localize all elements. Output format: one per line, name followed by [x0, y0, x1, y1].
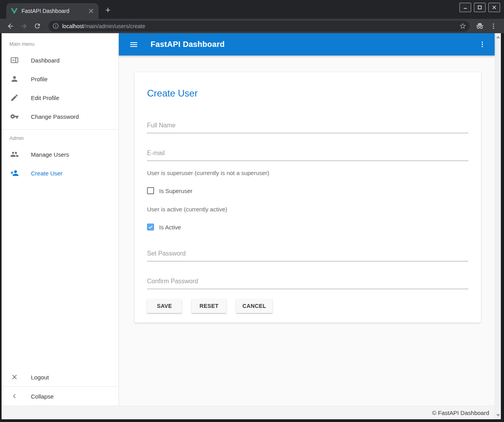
page-title: Create User [147, 88, 468, 99]
sidebar-item-edit-profile[interactable]: Edit Profile [2, 88, 118, 107]
superuser-checkbox-label: Is Superuser [159, 188, 192, 194]
tab-close-icon[interactable] [88, 7, 95, 14]
chevron-left-icon [10, 392, 19, 401]
page-scrollbar[interactable] [495, 33, 501, 419]
toolbar-right [475, 21, 497, 31]
email-field [147, 150, 468, 161]
sidebar-item-create-user[interactable]: Create User [2, 164, 118, 182]
page-footer: © FastAPI Dashboard [2, 406, 495, 419]
close-window-button[interactable] [488, 3, 500, 12]
new-tab-button[interactable]: + [102, 5, 113, 16]
sidebar-item-label: Edit Profile [31, 95, 59, 101]
page-info-icon[interactable] [52, 23, 59, 29]
set-password-input[interactable] [147, 250, 468, 261]
sidebar-item-label: Logout [31, 374, 49, 381]
url-path: /main/admin/users/create [84, 23, 145, 29]
active-hint: User is active (currently active) [147, 206, 468, 213]
key-icon [10, 112, 19, 121]
person-icon [10, 74, 19, 84]
confirm-password-field [147, 278, 468, 289]
content-area: Create User User is superuser (currently… [119, 55, 495, 406]
email-input[interactable] [147, 150, 468, 161]
sidebar-item-manage-users[interactable]: Manage Users [2, 145, 118, 164]
browser-toolbar: localhost/main/admin/users/create [0, 19, 504, 33]
sidebar-item-label: Dashboard [31, 57, 59, 64]
window-controls [459, 3, 500, 12]
sidebar-item-change-password[interactable]: Change Password [2, 107, 118, 126]
person-add-icon [10, 168, 19, 178]
sidebar-section-admin: Admin [2, 130, 118, 145]
browser-menu-icon[interactable] [490, 23, 497, 30]
set-password-field [147, 250, 468, 261]
minimize-button[interactable] [459, 3, 471, 12]
full-name-input[interactable] [147, 122, 468, 133]
incognito-icon [475, 21, 484, 31]
browser-tab[interactable]: FastAPI Dashboard [6, 3, 99, 19]
confirm-password-input[interactable] [147, 278, 468, 289]
sidebar-item-collapse[interactable]: Collapse [2, 387, 118, 406]
active-checkbox-row[interactable]: Is Active [147, 224, 468, 231]
active-checkbox-label: Is Active [159, 224, 181, 231]
sidebar: Main menu Dashboard Profile [2, 33, 119, 406]
back-icon[interactable] [6, 21, 15, 31]
sidebar-item-label: Profile [31, 76, 48, 82]
main-area: FastAPI Dashboard Create User [119, 33, 495, 406]
scroll-up-arrow-icon[interactable] [496, 36, 500, 38]
copyright-text: © FastAPI Dashboard [432, 409, 489, 416]
sidebar-item-label: Create User [31, 170, 63, 177]
address-bar[interactable]: localhost/main/admin/users/create [48, 21, 470, 32]
people-icon [10, 150, 19, 159]
sidebar-item-label: Manage Users [31, 151, 69, 158]
save-button[interactable]: SAVE [147, 299, 182, 313]
browser-titlebar: FastAPI Dashboard + [0, 0, 504, 19]
sidebar-item-logout[interactable]: Logout [2, 368, 118, 386]
reset-button[interactable]: RESET [192, 299, 226, 313]
tab-title: FastAPI Dashboard [22, 8, 88, 14]
superuser-checkbox-row[interactable]: Is Superuser [147, 187, 468, 194]
sidebar-item-label: Change Password [31, 113, 79, 120]
forward-icon[interactable] [19, 21, 29, 31]
full-name-field [147, 122, 468, 133]
app-menu-icon[interactable] [477, 40, 487, 49]
vue-logo-icon [11, 8, 18, 14]
page: Main menu Dashboard Profile [2, 33, 501, 419]
app-bar: FastAPI Dashboard [119, 33, 495, 55]
dashboard-icon [10, 55, 19, 65]
superuser-checkbox[interactable] [147, 187, 154, 194]
maximize-button[interactable] [474, 3, 486, 12]
reload-icon[interactable] [32, 21, 42, 31]
pencil-icon [10, 93, 19, 102]
form-buttons: SAVE RESET CANCEL [147, 299, 468, 313]
url-text[interactable]: localhost/main/admin/users/create [62, 23, 459, 29]
active-checkbox[interactable] [147, 224, 154, 231]
superuser-hint: User is superuser (currently is not a su… [147, 170, 468, 176]
sidebar-spacer [2, 182, 118, 368]
app-title: FastAPI Dashboard [151, 40, 225, 49]
hamburger-menu-icon[interactable] [129, 40, 138, 49]
close-icon [10, 372, 19, 382]
url-host: localhost [62, 23, 84, 29]
sidebar-item-dashboard[interactable]: Dashboard [2, 51, 118, 70]
browser-window: FastAPI Dashboard + [0, 0, 504, 422]
sidebar-item-profile[interactable]: Profile [2, 70, 118, 88]
bookmark-star-icon[interactable] [459, 22, 466, 30]
sidebar-item-label: Collapse [31, 393, 54, 400]
sidebar-section-main-menu: Main menu [2, 38, 118, 51]
scroll-down-arrow-icon[interactable] [496, 414, 500, 417]
cancel-button[interactable]: CANCEL [236, 299, 273, 313]
create-user-card: Create User User is superuser (currently… [135, 72, 481, 323]
